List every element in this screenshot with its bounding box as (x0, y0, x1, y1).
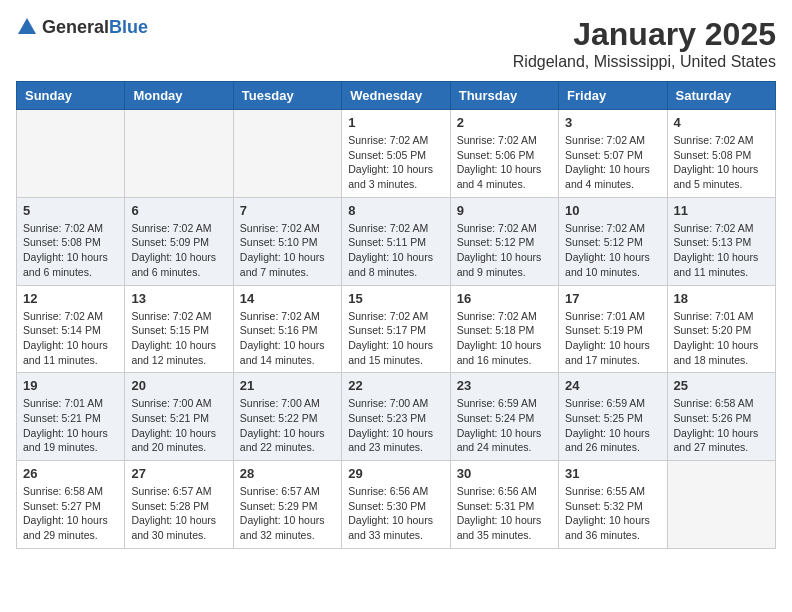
day-number: 3 (565, 115, 660, 130)
day-info: Sunrise: 6:57 AM Sunset: 5:29 PM Dayligh… (240, 485, 325, 541)
col-saturday: Saturday (667, 82, 775, 110)
col-tuesday: Tuesday (233, 82, 341, 110)
col-thursday: Thursday (450, 82, 558, 110)
table-cell (17, 110, 125, 198)
table-cell: 11 Sunrise: 7:02 AM Sunset: 5:13 PM Dayl… (667, 197, 775, 285)
day-info: Sunrise: 7:02 AM Sunset: 5:07 PM Dayligh… (565, 134, 650, 190)
day-number: 12 (23, 291, 118, 306)
logo-general: General (42, 17, 109, 37)
day-number: 10 (565, 203, 660, 218)
day-info: Sunrise: 7:00 AM Sunset: 5:23 PM Dayligh… (348, 397, 433, 453)
day-info: Sunrise: 7:01 AM Sunset: 5:20 PM Dayligh… (674, 310, 759, 366)
table-cell: 3 Sunrise: 7:02 AM Sunset: 5:07 PM Dayli… (559, 110, 667, 198)
table-cell: 4 Sunrise: 7:02 AM Sunset: 5:08 PM Dayli… (667, 110, 775, 198)
table-cell: 2 Sunrise: 7:02 AM Sunset: 5:06 PM Dayli… (450, 110, 558, 198)
day-info: Sunrise: 7:02 AM Sunset: 5:12 PM Dayligh… (565, 222, 650, 278)
day-info: Sunrise: 6:58 AM Sunset: 5:27 PM Dayligh… (23, 485, 108, 541)
col-wednesday: Wednesday (342, 82, 450, 110)
week-row-2: 5 Sunrise: 7:02 AM Sunset: 5:08 PM Dayli… (17, 197, 776, 285)
day-number: 9 (457, 203, 552, 218)
day-number: 20 (131, 378, 226, 393)
day-number: 14 (240, 291, 335, 306)
calendar: Sunday Monday Tuesday Wednesday Thursday… (16, 81, 776, 549)
day-info: Sunrise: 7:02 AM Sunset: 5:09 PM Dayligh… (131, 222, 216, 278)
day-number: 25 (674, 378, 769, 393)
day-number: 1 (348, 115, 443, 130)
day-info: Sunrise: 7:02 AM Sunset: 5:17 PM Dayligh… (348, 310, 433, 366)
day-info: Sunrise: 7:02 AM Sunset: 5:18 PM Dayligh… (457, 310, 542, 366)
table-cell: 14 Sunrise: 7:02 AM Sunset: 5:16 PM Dayl… (233, 285, 341, 373)
table-cell: 22 Sunrise: 7:00 AM Sunset: 5:23 PM Dayl… (342, 373, 450, 461)
day-number: 15 (348, 291, 443, 306)
table-cell: 8 Sunrise: 7:02 AM Sunset: 5:11 PM Dayli… (342, 197, 450, 285)
col-monday: Monday (125, 82, 233, 110)
logo: GeneralBlue (16, 16, 148, 38)
day-info: Sunrise: 7:01 AM Sunset: 5:19 PM Dayligh… (565, 310, 650, 366)
day-number: 27 (131, 466, 226, 481)
table-cell: 16 Sunrise: 7:02 AM Sunset: 5:18 PM Dayl… (450, 285, 558, 373)
day-number: 8 (348, 203, 443, 218)
day-number: 17 (565, 291, 660, 306)
day-number: 2 (457, 115, 552, 130)
calendar-header-row: Sunday Monday Tuesday Wednesday Thursday… (17, 82, 776, 110)
day-number: 29 (348, 466, 443, 481)
week-row-4: 19 Sunrise: 7:01 AM Sunset: 5:21 PM Dayl… (17, 373, 776, 461)
table-cell: 28 Sunrise: 6:57 AM Sunset: 5:29 PM Dayl… (233, 461, 341, 549)
table-cell (667, 461, 775, 549)
table-cell: 26 Sunrise: 6:58 AM Sunset: 5:27 PM Dayl… (17, 461, 125, 549)
day-info: Sunrise: 7:02 AM Sunset: 5:11 PM Dayligh… (348, 222, 433, 278)
table-cell: 20 Sunrise: 7:00 AM Sunset: 5:21 PM Dayl… (125, 373, 233, 461)
day-info: Sunrise: 6:56 AM Sunset: 5:31 PM Dayligh… (457, 485, 542, 541)
day-number: 31 (565, 466, 660, 481)
day-info: Sunrise: 6:56 AM Sunset: 5:30 PM Dayligh… (348, 485, 433, 541)
day-number: 5 (23, 203, 118, 218)
col-sunday: Sunday (17, 82, 125, 110)
day-number: 30 (457, 466, 552, 481)
day-number: 16 (457, 291, 552, 306)
table-cell: 13 Sunrise: 7:02 AM Sunset: 5:15 PM Dayl… (125, 285, 233, 373)
day-number: 18 (674, 291, 769, 306)
table-cell: 6 Sunrise: 7:02 AM Sunset: 5:09 PM Dayli… (125, 197, 233, 285)
day-info: Sunrise: 6:59 AM Sunset: 5:24 PM Dayligh… (457, 397, 542, 453)
title-area: January 2025 Ridgeland, Mississippi, Uni… (513, 16, 776, 71)
day-info: Sunrise: 7:00 AM Sunset: 5:21 PM Dayligh… (131, 397, 216, 453)
day-number: 13 (131, 291, 226, 306)
table-cell: 5 Sunrise: 7:02 AM Sunset: 5:08 PM Dayli… (17, 197, 125, 285)
day-info: Sunrise: 6:59 AM Sunset: 5:25 PM Dayligh… (565, 397, 650, 453)
table-cell: 27 Sunrise: 6:57 AM Sunset: 5:28 PM Dayl… (125, 461, 233, 549)
col-friday: Friday (559, 82, 667, 110)
month-title: January 2025 (513, 16, 776, 53)
day-number: 19 (23, 378, 118, 393)
table-cell: 10 Sunrise: 7:02 AM Sunset: 5:12 PM Dayl… (559, 197, 667, 285)
day-info: Sunrise: 7:01 AM Sunset: 5:21 PM Dayligh… (23, 397, 108, 453)
day-number: 21 (240, 378, 335, 393)
logo-blue: Blue (109, 17, 148, 37)
header: GeneralBlue January 2025 Ridgeland, Miss… (16, 16, 776, 71)
location-title: Ridgeland, Mississippi, United States (513, 53, 776, 71)
week-row-5: 26 Sunrise: 6:58 AM Sunset: 5:27 PM Dayl… (17, 461, 776, 549)
day-info: Sunrise: 7:02 AM Sunset: 5:08 PM Dayligh… (23, 222, 108, 278)
day-number: 22 (348, 378, 443, 393)
day-info: Sunrise: 6:55 AM Sunset: 5:32 PM Dayligh… (565, 485, 650, 541)
day-number: 28 (240, 466, 335, 481)
week-row-3: 12 Sunrise: 7:02 AM Sunset: 5:14 PM Dayl… (17, 285, 776, 373)
week-row-1: 1 Sunrise: 7:02 AM Sunset: 5:05 PM Dayli… (17, 110, 776, 198)
logo-text: GeneralBlue (42, 17, 148, 38)
table-cell: 19 Sunrise: 7:01 AM Sunset: 5:21 PM Dayl… (17, 373, 125, 461)
table-cell: 24 Sunrise: 6:59 AM Sunset: 5:25 PM Dayl… (559, 373, 667, 461)
table-cell: 31 Sunrise: 6:55 AM Sunset: 5:32 PM Dayl… (559, 461, 667, 549)
day-number: 7 (240, 203, 335, 218)
table-cell (125, 110, 233, 198)
day-info: Sunrise: 7:02 AM Sunset: 5:10 PM Dayligh… (240, 222, 325, 278)
svg-marker-0 (18, 18, 36, 34)
table-cell (233, 110, 341, 198)
day-info: Sunrise: 7:02 AM Sunset: 5:15 PM Dayligh… (131, 310, 216, 366)
table-cell: 17 Sunrise: 7:01 AM Sunset: 5:19 PM Dayl… (559, 285, 667, 373)
table-cell: 1 Sunrise: 7:02 AM Sunset: 5:05 PM Dayli… (342, 110, 450, 198)
day-info: Sunrise: 7:02 AM Sunset: 5:13 PM Dayligh… (674, 222, 759, 278)
table-cell: 21 Sunrise: 7:00 AM Sunset: 5:22 PM Dayl… (233, 373, 341, 461)
day-info: Sunrise: 7:02 AM Sunset: 5:06 PM Dayligh… (457, 134, 542, 190)
table-cell: 23 Sunrise: 6:59 AM Sunset: 5:24 PM Dayl… (450, 373, 558, 461)
day-number: 23 (457, 378, 552, 393)
day-number: 6 (131, 203, 226, 218)
